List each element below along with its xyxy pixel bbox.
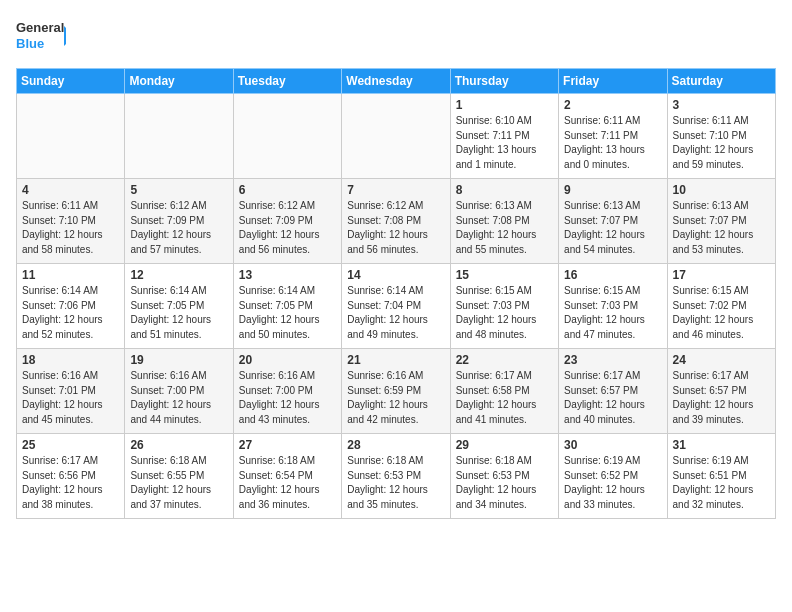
day-header-wednesday: Wednesday <box>342 69 450 94</box>
day-info: Sunrise: 6:12 AM Sunset: 7:08 PM Dayligh… <box>347 199 444 257</box>
calendar-cell: 30Sunrise: 6:19 AM Sunset: 6:52 PM Dayli… <box>559 434 667 519</box>
calendar-cell: 28Sunrise: 6:18 AM Sunset: 6:53 PM Dayli… <box>342 434 450 519</box>
day-header-thursday: Thursday <box>450 69 558 94</box>
calendar-cell: 21Sunrise: 6:16 AM Sunset: 6:59 PM Dayli… <box>342 349 450 434</box>
calendar-cell: 27Sunrise: 6:18 AM Sunset: 6:54 PM Dayli… <box>233 434 341 519</box>
day-number: 30 <box>564 438 661 452</box>
calendar-cell: 16Sunrise: 6:15 AM Sunset: 7:03 PM Dayli… <box>559 264 667 349</box>
day-header-sunday: Sunday <box>17 69 125 94</box>
calendar-cell: 31Sunrise: 6:19 AM Sunset: 6:51 PM Dayli… <box>667 434 775 519</box>
day-header-monday: Monday <box>125 69 233 94</box>
week-row-5: 25Sunrise: 6:17 AM Sunset: 6:56 PM Dayli… <box>17 434 776 519</box>
day-number: 27 <box>239 438 336 452</box>
day-info: Sunrise: 6:14 AM Sunset: 7:05 PM Dayligh… <box>130 284 227 342</box>
day-info: Sunrise: 6:16 AM Sunset: 6:59 PM Dayligh… <box>347 369 444 427</box>
calendar-cell: 2Sunrise: 6:11 AM Sunset: 7:11 PM Daylig… <box>559 94 667 179</box>
day-number: 29 <box>456 438 553 452</box>
logo-svg: General Blue <box>16 16 66 56</box>
calendar-cell: 14Sunrise: 6:14 AM Sunset: 7:04 PM Dayli… <box>342 264 450 349</box>
calendar-cell: 9Sunrise: 6:13 AM Sunset: 7:07 PM Daylig… <box>559 179 667 264</box>
day-number: 8 <box>456 183 553 197</box>
day-info: Sunrise: 6:11 AM Sunset: 7:10 PM Dayligh… <box>673 114 770 172</box>
day-info: Sunrise: 6:13 AM Sunset: 7:07 PM Dayligh… <box>564 199 661 257</box>
days-header-row: SundayMondayTuesdayWednesdayThursdayFrid… <box>17 69 776 94</box>
day-number: 6 <box>239 183 336 197</box>
week-row-4: 18Sunrise: 6:16 AM Sunset: 7:01 PM Dayli… <box>17 349 776 434</box>
day-info: Sunrise: 6:18 AM Sunset: 6:53 PM Dayligh… <box>347 454 444 512</box>
day-header-saturday: Saturday <box>667 69 775 94</box>
day-number: 17 <box>673 268 770 282</box>
calendar-cell: 3Sunrise: 6:11 AM Sunset: 7:10 PM Daylig… <box>667 94 775 179</box>
svg-marker-2 <box>64 26 66 46</box>
day-info: Sunrise: 6:17 AM Sunset: 6:56 PM Dayligh… <box>22 454 119 512</box>
calendar-cell: 10Sunrise: 6:13 AM Sunset: 7:07 PM Dayli… <box>667 179 775 264</box>
calendar-cell: 8Sunrise: 6:13 AM Sunset: 7:08 PM Daylig… <box>450 179 558 264</box>
day-number: 5 <box>130 183 227 197</box>
day-info: Sunrise: 6:14 AM Sunset: 7:06 PM Dayligh… <box>22 284 119 342</box>
week-row-3: 11Sunrise: 6:14 AM Sunset: 7:06 PM Dayli… <box>17 264 776 349</box>
calendar-cell: 4Sunrise: 6:11 AM Sunset: 7:10 PM Daylig… <box>17 179 125 264</box>
calendar-cell: 6Sunrise: 6:12 AM Sunset: 7:09 PM Daylig… <box>233 179 341 264</box>
day-number: 20 <box>239 353 336 367</box>
day-info: Sunrise: 6:19 AM Sunset: 6:51 PM Dayligh… <box>673 454 770 512</box>
day-info: Sunrise: 6:18 AM Sunset: 6:54 PM Dayligh… <box>239 454 336 512</box>
day-info: Sunrise: 6:18 AM Sunset: 6:55 PM Dayligh… <box>130 454 227 512</box>
calendar-cell: 22Sunrise: 6:17 AM Sunset: 6:58 PM Dayli… <box>450 349 558 434</box>
day-info: Sunrise: 6:18 AM Sunset: 6:53 PM Dayligh… <box>456 454 553 512</box>
day-info: Sunrise: 6:12 AM Sunset: 7:09 PM Dayligh… <box>130 199 227 257</box>
week-row-1: 1Sunrise: 6:10 AM Sunset: 7:11 PM Daylig… <box>17 94 776 179</box>
day-info: Sunrise: 6:15 AM Sunset: 7:02 PM Dayligh… <box>673 284 770 342</box>
day-number: 12 <box>130 268 227 282</box>
calendar-cell: 15Sunrise: 6:15 AM Sunset: 7:03 PM Dayli… <box>450 264 558 349</box>
day-number: 7 <box>347 183 444 197</box>
day-info: Sunrise: 6:17 AM Sunset: 6:57 PM Dayligh… <box>564 369 661 427</box>
calendar-cell: 19Sunrise: 6:16 AM Sunset: 7:00 PM Dayli… <box>125 349 233 434</box>
day-info: Sunrise: 6:12 AM Sunset: 7:09 PM Dayligh… <box>239 199 336 257</box>
day-info: Sunrise: 6:14 AM Sunset: 7:05 PM Dayligh… <box>239 284 336 342</box>
calendar-cell: 25Sunrise: 6:17 AM Sunset: 6:56 PM Dayli… <box>17 434 125 519</box>
calendar-cell <box>125 94 233 179</box>
calendar-cell <box>17 94 125 179</box>
calendar-cell <box>233 94 341 179</box>
calendar-cell: 24Sunrise: 6:17 AM Sunset: 6:57 PM Dayli… <box>667 349 775 434</box>
day-info: Sunrise: 6:15 AM Sunset: 7:03 PM Dayligh… <box>456 284 553 342</box>
day-number: 31 <box>673 438 770 452</box>
calendar-cell: 12Sunrise: 6:14 AM Sunset: 7:05 PM Dayli… <box>125 264 233 349</box>
calendar-cell: 17Sunrise: 6:15 AM Sunset: 7:02 PM Dayli… <box>667 264 775 349</box>
calendar-cell: 29Sunrise: 6:18 AM Sunset: 6:53 PM Dayli… <box>450 434 558 519</box>
day-number: 16 <box>564 268 661 282</box>
calendar-table: SundayMondayTuesdayWednesdayThursdayFrid… <box>16 68 776 519</box>
calendar-cell: 11Sunrise: 6:14 AM Sunset: 7:06 PM Dayli… <box>17 264 125 349</box>
day-number: 3 <box>673 98 770 112</box>
calendar-cell: 23Sunrise: 6:17 AM Sunset: 6:57 PM Dayli… <box>559 349 667 434</box>
day-info: Sunrise: 6:16 AM Sunset: 7:00 PM Dayligh… <box>239 369 336 427</box>
day-number: 22 <box>456 353 553 367</box>
day-info: Sunrise: 6:14 AM Sunset: 7:04 PM Dayligh… <box>347 284 444 342</box>
day-number: 26 <box>130 438 227 452</box>
day-number: 19 <box>130 353 227 367</box>
day-number: 11 <box>22 268 119 282</box>
day-number: 21 <box>347 353 444 367</box>
day-number: 28 <box>347 438 444 452</box>
day-number: 13 <box>239 268 336 282</box>
week-row-2: 4Sunrise: 6:11 AM Sunset: 7:10 PM Daylig… <box>17 179 776 264</box>
day-number: 4 <box>22 183 119 197</box>
svg-text:General: General <box>16 20 64 35</box>
day-info: Sunrise: 6:13 AM Sunset: 7:08 PM Dayligh… <box>456 199 553 257</box>
day-number: 18 <box>22 353 119 367</box>
day-number: 9 <box>564 183 661 197</box>
calendar-cell: 1Sunrise: 6:10 AM Sunset: 7:11 PM Daylig… <box>450 94 558 179</box>
day-info: Sunrise: 6:13 AM Sunset: 7:07 PM Dayligh… <box>673 199 770 257</box>
day-number: 2 <box>564 98 661 112</box>
logo: General Blue <box>16 16 66 56</box>
day-number: 23 <box>564 353 661 367</box>
day-header-tuesday: Tuesday <box>233 69 341 94</box>
calendar-cell: 5Sunrise: 6:12 AM Sunset: 7:09 PM Daylig… <box>125 179 233 264</box>
day-number: 25 <box>22 438 119 452</box>
day-info: Sunrise: 6:17 AM Sunset: 6:58 PM Dayligh… <box>456 369 553 427</box>
svg-text:Blue: Blue <box>16 36 44 51</box>
calendar-cell: 7Sunrise: 6:12 AM Sunset: 7:08 PM Daylig… <box>342 179 450 264</box>
day-info: Sunrise: 6:16 AM Sunset: 7:00 PM Dayligh… <box>130 369 227 427</box>
day-number: 14 <box>347 268 444 282</box>
day-info: Sunrise: 6:17 AM Sunset: 6:57 PM Dayligh… <box>673 369 770 427</box>
